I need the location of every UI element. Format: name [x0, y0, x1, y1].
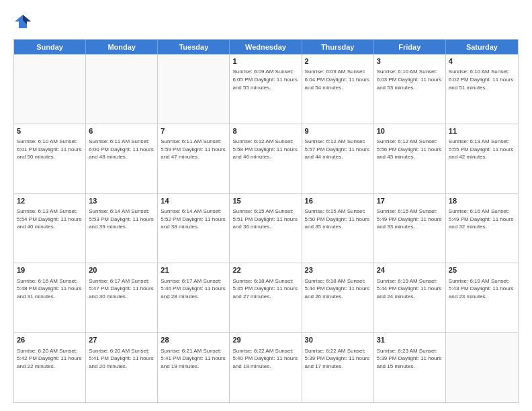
sun-info: Sunrise: 6:11 AM Sunset: 5:59 PM Dayligh… [161, 138, 226, 161]
calendar-week-5: 26Sunrise: 6:20 AM Sunset: 5:42 PM Dayli… [14, 333, 518, 402]
day-number: 3 [377, 56, 443, 66]
day-number: 5 [17, 126, 83, 136]
calendar-day-empty [86, 54, 158, 124]
sun-info: Sunrise: 6:20 AM Sunset: 5:42 PM Dayligh… [17, 347, 83, 371]
calendar-body: 1Sunrise: 6:09 AM Sunset: 6:05 PM Daylig… [14, 54, 518, 402]
day-number: 22 [232, 265, 298, 275]
sun-info: Sunrise: 6:10 AM Sunset: 6:03 PM Dayligh… [377, 68, 443, 91]
weekday-header-tuesday: Tuesday [158, 40, 230, 54]
sun-info: Sunrise: 6:18 AM Sunset: 5:45 PM Dayligh… [232, 277, 298, 301]
sun-info: Sunrise: 6:09 AM Sunset: 6:04 PM Dayligh… [305, 68, 371, 91]
calendar-day-empty [158, 54, 230, 124]
sun-info: Sunrise: 6:14 AM Sunset: 5:53 PM Dayligh… [89, 208, 154, 231]
calendar-day-15: 15Sunrise: 6:15 AM Sunset: 5:51 PM Dayli… [230, 194, 302, 263]
calendar-header: SundayMondayTuesdayWednesdayThursdayFrid… [14, 40, 518, 54]
calendar-day-24: 24Sunrise: 6:19 AM Sunset: 5:44 PM Dayli… [374, 263, 446, 332]
day-number: 19 [17, 265, 83, 275]
sun-info: Sunrise: 6:19 AM Sunset: 5:43 PM Dayligh… [449, 277, 515, 301]
calendar-day-31: 31Sunrise: 6:23 AM Sunset: 5:39 PM Dayli… [374, 333, 446, 402]
calendar-day-27: 27Sunrise: 6:20 AM Sunset: 5:41 PM Dayli… [86, 333, 158, 402]
sun-info: Sunrise: 6:14 AM Sunset: 5:52 PM Dayligh… [161, 208, 226, 231]
sun-info: Sunrise: 6:10 AM Sunset: 6:01 PM Dayligh… [17, 138, 83, 161]
calendar-day-30: 30Sunrise: 6:22 AM Sunset: 5:39 PM Dayli… [302, 333, 374, 402]
weekday-header-wednesday: Wednesday [230, 40, 302, 54]
day-number: 1 [232, 56, 298, 66]
calendar-day-21: 21Sunrise: 6:17 AM Sunset: 5:46 PM Dayli… [158, 263, 230, 332]
calendar-week-2: 5Sunrise: 6:10 AM Sunset: 6:01 PM Daylig… [14, 124, 518, 194]
calendar-day-4: 4Sunrise: 6:10 AM Sunset: 6:02 PM Daylig… [446, 54, 518, 124]
day-number: 14 [161, 196, 226, 206]
day-number: 30 [305, 335, 371, 345]
header [13, 12, 519, 34]
day-number: 23 [305, 265, 371, 275]
sun-info: Sunrise: 6:22 AM Sunset: 5:40 PM Dayligh… [232, 347, 298, 371]
sun-info: Sunrise: 6:21 AM Sunset: 5:41 PM Dayligh… [161, 347, 226, 371]
calendar-day-12: 12Sunrise: 6:13 AM Sunset: 5:54 PM Dayli… [14, 194, 86, 263]
sun-info: Sunrise: 6:15 AM Sunset: 5:51 PM Dayligh… [232, 208, 298, 231]
weekday-header-sunday: Sunday [14, 40, 86, 54]
day-number: 25 [449, 265, 515, 275]
calendar-day-6: 6Sunrise: 6:11 AM Sunset: 6:00 PM Daylig… [86, 124, 158, 193]
sun-info: Sunrise: 6:12 AM Sunset: 5:57 PM Dayligh… [305, 138, 371, 161]
sun-info: Sunrise: 6:13 AM Sunset: 5:54 PM Dayligh… [17, 208, 83, 231]
calendar-day-9: 9Sunrise: 6:12 AM Sunset: 5:57 PM Daylig… [302, 124, 374, 193]
sun-info: Sunrise: 6:17 AM Sunset: 5:46 PM Dayligh… [161, 277, 226, 301]
sun-info: Sunrise: 6:09 AM Sunset: 6:05 PM Dayligh… [232, 68, 298, 91]
sun-info: Sunrise: 6:16 AM Sunset: 5:49 PM Dayligh… [449, 208, 515, 231]
day-number: 27 [89, 335, 154, 345]
sun-info: Sunrise: 6:23 AM Sunset: 5:39 PM Dayligh… [377, 347, 443, 371]
calendar-day-empty [446, 333, 518, 402]
day-number: 18 [449, 196, 515, 206]
calendar-day-11: 11Sunrise: 6:13 AM Sunset: 5:55 PM Dayli… [446, 124, 518, 193]
calendar-day-29: 29Sunrise: 6:22 AM Sunset: 5:40 PM Dayli… [230, 333, 302, 402]
calendar-day-2: 2Sunrise: 6:09 AM Sunset: 6:04 PM Daylig… [302, 54, 374, 124]
day-number: 26 [17, 335, 83, 345]
calendar-day-14: 14Sunrise: 6:14 AM Sunset: 5:52 PM Dayli… [158, 194, 230, 263]
weekday-header-friday: Friday [374, 40, 446, 54]
day-number: 24 [377, 265, 443, 275]
day-number: 10 [377, 126, 443, 136]
calendar-day-18: 18Sunrise: 6:16 AM Sunset: 5:49 PM Dayli… [446, 194, 518, 263]
calendar-day-17: 17Sunrise: 6:15 AM Sunset: 5:49 PM Dayli… [374, 194, 446, 263]
day-number: 6 [89, 126, 154, 136]
day-number: 16 [305, 196, 371, 206]
day-number: 11 [449, 126, 515, 136]
calendar-day-28: 28Sunrise: 6:21 AM Sunset: 5:41 PM Dayli… [158, 333, 230, 402]
sun-info: Sunrise: 6:12 AM Sunset: 5:56 PM Dayligh… [377, 138, 443, 161]
sun-info: Sunrise: 6:11 AM Sunset: 6:00 PM Dayligh… [89, 138, 154, 161]
day-number: 21 [161, 265, 226, 275]
day-number: 9 [305, 126, 371, 136]
day-number: 15 [232, 196, 298, 206]
weekday-header-thursday: Thursday [302, 40, 374, 54]
calendar-day-16: 16Sunrise: 6:15 AM Sunset: 5:50 PM Dayli… [302, 194, 374, 263]
calendar-day-8: 8Sunrise: 6:12 AM Sunset: 5:58 PM Daylig… [230, 124, 302, 193]
sun-info: Sunrise: 6:17 AM Sunset: 5:47 PM Dayligh… [89, 277, 154, 301]
calendar-day-5: 5Sunrise: 6:10 AM Sunset: 6:01 PM Daylig… [14, 124, 86, 193]
weekday-header-saturday: Saturday [446, 40, 518, 54]
sun-info: Sunrise: 6:19 AM Sunset: 5:44 PM Dayligh… [377, 277, 443, 301]
day-number: 8 [232, 126, 298, 136]
calendar-day-1: 1Sunrise: 6:09 AM Sunset: 6:05 PM Daylig… [230, 54, 302, 124]
sun-info: Sunrise: 6:18 AM Sunset: 5:44 PM Dayligh… [305, 277, 371, 301]
day-number: 31 [377, 335, 443, 345]
calendar-day-empty [14, 54, 86, 124]
logo [13, 12, 35, 34]
calendar-day-13: 13Sunrise: 6:14 AM Sunset: 5:53 PM Dayli… [86, 194, 158, 263]
sun-info: Sunrise: 6:12 AM Sunset: 5:58 PM Dayligh… [232, 138, 298, 161]
day-number: 13 [89, 196, 154, 206]
calendar-day-7: 7Sunrise: 6:11 AM Sunset: 5:59 PM Daylig… [158, 124, 230, 193]
sun-info: Sunrise: 6:22 AM Sunset: 5:39 PM Dayligh… [305, 347, 371, 371]
calendar-day-20: 20Sunrise: 6:17 AM Sunset: 5:47 PM Dayli… [86, 263, 158, 332]
sun-info: Sunrise: 6:15 AM Sunset: 5:50 PM Dayligh… [305, 208, 371, 231]
sun-info: Sunrise: 6:13 AM Sunset: 5:55 PM Dayligh… [449, 138, 515, 161]
day-number: 17 [377, 196, 443, 206]
day-number: 28 [161, 335, 226, 345]
calendar-day-22: 22Sunrise: 6:18 AM Sunset: 5:45 PM Dayli… [230, 263, 302, 332]
calendar-day-26: 26Sunrise: 6:20 AM Sunset: 5:42 PM Dayli… [14, 333, 86, 402]
calendar-day-25: 25Sunrise: 6:19 AM Sunset: 5:43 PM Dayli… [446, 263, 518, 332]
sun-info: Sunrise: 6:10 AM Sunset: 6:02 PM Dayligh… [449, 68, 515, 91]
calendar-day-23: 23Sunrise: 6:18 AM Sunset: 5:44 PM Dayli… [302, 263, 374, 332]
page: SundayMondayTuesdayWednesdayThursdayFrid… [0, 0, 532, 411]
calendar: SundayMondayTuesdayWednesdayThursdayFrid… [13, 39, 519, 403]
weekday-header-monday: Monday [86, 40, 158, 54]
